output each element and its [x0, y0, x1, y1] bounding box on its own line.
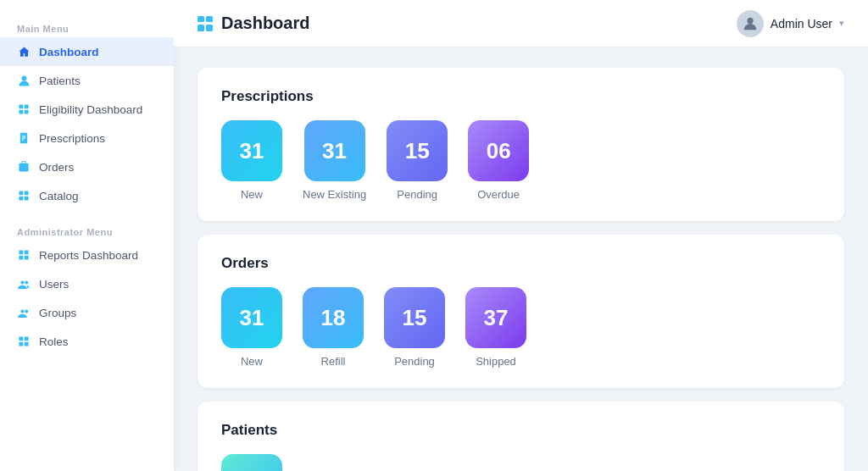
- svg-rect-24: [19, 342, 23, 346]
- orders-card-title: Orders: [221, 255, 821, 272]
- patients-card: Patients 27 Last 7 days: [198, 402, 844, 471]
- prescriptions-overdue-label: Overdue: [477, 188, 520, 201]
- prescriptions-new-label: New: [241, 188, 263, 201]
- sidebar-item-orders[interactable]: Orders: [0, 152, 174, 181]
- svg-rect-2: [25, 104, 29, 108]
- prescriptions-overdue-box: 06: [468, 120, 529, 181]
- reports-icon: [17, 248, 31, 262]
- orders-stat-new[interactable]: 31 New: [221, 287, 282, 368]
- svg-rect-4: [25, 110, 29, 114]
- svg-rect-13: [25, 197, 29, 201]
- svg-rect-25: [25, 342, 29, 346]
- orders-refill-label: Refill: [321, 355, 346, 368]
- orders-card: Orders 31 New 18 Refill 15: [198, 235, 844, 388]
- sidebar-item-catalog[interactable]: Catalog: [0, 181, 174, 210]
- page-title: Dashboard: [221, 14, 309, 33]
- orders-pending-box: 15: [384, 287, 445, 348]
- svg-rect-16: [19, 256, 23, 260]
- svg-rect-11: [25, 191, 29, 195]
- sidebar: Main Menu Dashboard Patients Eligibility…: [0, 0, 174, 471]
- patients-stats-row: 27 Last 7 days: [221, 454, 821, 471]
- orders-stat-shipped[interactable]: 37 Shipped: [465, 287, 526, 368]
- prescriptions-new-box: 31: [221, 120, 282, 181]
- sidebar-item-eligibility[interactable]: Eligibility Dashboard: [0, 95, 174, 124]
- prescriptions-pending-label: Pending: [397, 188, 437, 201]
- orders-pending-label: Pending: [394, 355, 435, 368]
- prescriptions-icon: [17, 131, 31, 145]
- orders-shipped-box: 37: [465, 287, 526, 348]
- user-icon: [17, 74, 31, 87]
- svg-point-0: [21, 75, 26, 80]
- prescriptions-stats-row: 31 New 31 New Existing 15 Pending: [221, 120, 821, 201]
- svg-rect-12: [19, 197, 23, 201]
- orders-refill-box: 18: [303, 287, 364, 348]
- orders-shipped-label: Shipped: [476, 355, 516, 368]
- patients-last7-box: 27: [221, 454, 282, 471]
- prescriptions-stat-new[interactable]: 31 New: [221, 120, 282, 201]
- eligibility-icon: [17, 103, 31, 116]
- prescriptions-pending-box: 15: [387, 120, 448, 181]
- svg-rect-10: [19, 191, 23, 195]
- svg-rect-14: [19, 250, 23, 254]
- prescriptions-card: Prescriptions 31 New 31 New Existing: [198, 68, 844, 221]
- orders-new-label: New: [241, 355, 263, 368]
- groups-icon: [17, 306, 31, 319]
- prescriptions-stat-pending[interactable]: 15 Pending: [387, 120, 448, 201]
- content-area: Prescriptions 31 New 31 New Existing: [174, 47, 868, 471]
- svg-point-21: [25, 309, 28, 313]
- orders-icon: [17, 160, 31, 174]
- svg-point-19: [25, 280, 28, 284]
- svg-point-18: [20, 280, 24, 284]
- sidebar-item-users[interactable]: Users: [0, 269, 174, 298]
- prescriptions-new-existing-label: New Existing: [303, 188, 366, 201]
- prescriptions-stat-new-existing[interactable]: 31 New Existing: [303, 120, 366, 201]
- svg-rect-1: [19, 104, 23, 108]
- orders-stat-refill[interactable]: 18 Refill: [303, 287, 364, 368]
- svg-point-20: [20, 309, 24, 313]
- admin-menu-label: Administrator Menu: [0, 220, 174, 241]
- svg-rect-3: [19, 110, 23, 114]
- svg-point-26: [747, 17, 753, 23]
- sidebar-item-roles[interactable]: Roles: [0, 327, 174, 356]
- sidebar-item-dashboard[interactable]: Dashboard: [0, 37, 174, 66]
- main-area: Dashboard Admin User ▾ Prescriptions 31 …: [174, 0, 868, 471]
- orders-stat-pending[interactable]: 15 Pending: [384, 287, 445, 368]
- sidebar-item-reports[interactable]: Reports Dashboard: [0, 241, 174, 269]
- prescriptions-new-existing-box: 31: [304, 120, 365, 181]
- home-icon: [17, 45, 31, 58]
- svg-rect-15: [25, 250, 29, 254]
- roles-icon: [17, 335, 31, 348]
- catalog-icon: [17, 189, 31, 202]
- orders-stats-row: 31 New 18 Refill 15 Pending: [221, 287, 821, 368]
- prescriptions-stat-overdue[interactable]: 06 Overdue: [468, 120, 529, 201]
- header-left: Dashboard: [198, 14, 309, 33]
- user-name: Admin User: [771, 17, 832, 30]
- dashboard-icon: [198, 16, 213, 31]
- prescriptions-card-title: Prescriptions: [221, 88, 821, 105]
- chevron-down-icon: ▾: [839, 18, 844, 29]
- sidebar-item-prescriptions[interactable]: Prescriptions: [0, 124, 174, 152]
- avatar: [737, 10, 764, 37]
- main-menu-label: Main Menu: [0, 17, 174, 37]
- users-icon: [17, 277, 31, 291]
- orders-new-box: 31: [221, 287, 282, 348]
- svg-rect-17: [25, 256, 29, 260]
- sidebar-item-patients[interactable]: Patients: [0, 66, 174, 95]
- svg-rect-22: [19, 336, 23, 341]
- patients-stat-last7[interactable]: 27 Last 7 days: [221, 454, 282, 471]
- sidebar-item-groups[interactable]: Groups: [0, 298, 174, 327]
- header: Dashboard Admin User ▾: [174, 0, 868, 47]
- patients-card-title: Patients: [221, 422, 821, 439]
- user-menu[interactable]: Admin User ▾: [737, 10, 844, 37]
- svg-rect-23: [25, 336, 29, 341]
- svg-rect-9: [19, 163, 28, 172]
